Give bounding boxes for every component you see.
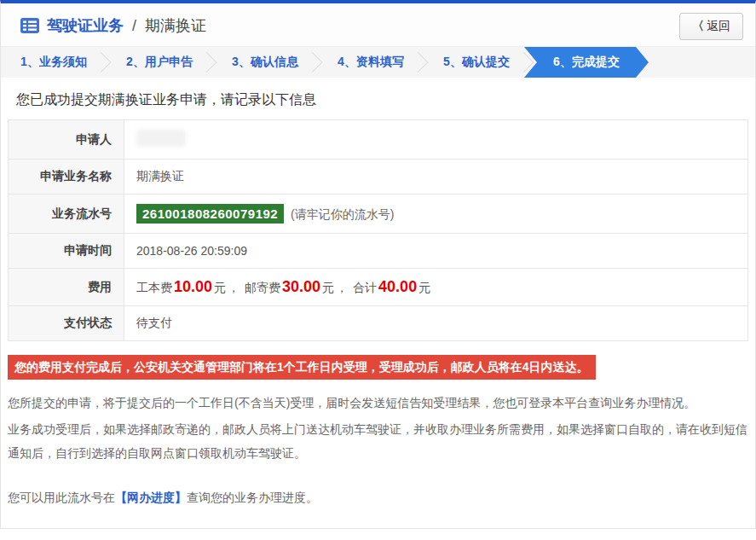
fee-amount-postage: 30.00	[282, 278, 320, 295]
step-progress-bar: 1、业务须知 2、用户申告 3、确认信息 4、资料填写 5、确认提交 6、完成提…	[1, 47, 755, 78]
main-panel: 驾驶证业务 / 期满换证 〈返回 1、业务须知 2、用户申告 3、确认信息 4、…	[0, 0, 756, 529]
breadcrumb: 驾驶证业务 / 期满换证	[20, 15, 742, 36]
table-row-apply-time: 申请时间 2018-08-26 20:59:09	[9, 234, 748, 269]
row-label: 申请业务名称	[9, 160, 124, 195]
step-2-user-declaration: 2、用户申告	[107, 47, 212, 78]
chevron-left-icon: 〈	[692, 19, 704, 32]
fee-amount-total: 40.00	[378, 278, 417, 295]
progress-query-note: 您可以用此流水号在【网办进度】查询您的业务办理进度。	[8, 491, 748, 506]
page-title[interactable]: 驾驶证业务	[47, 15, 124, 36]
step-1-business-notice: 1、业务须知	[1, 47, 107, 78]
serial-number-badge: 261001808260079192	[136, 204, 284, 224]
breadcrumb-separator: /	[132, 17, 136, 35]
step-3-confirm-info: 3、确认信息	[212, 47, 318, 78]
info-paragraph-2: 业务成功受理后，如果选择邮政寄递的，邮政人员将上门送达机动车驾驶证，并收取办理业…	[8, 418, 748, 465]
table-row-payment-status: 支付状态 待支付	[9, 306, 748, 341]
table-row-applicant: 申请人	[9, 120, 748, 160]
page-subtitle: 期满换证	[145, 15, 206, 36]
row-label: 申请时间	[9, 234, 124, 269]
row-label: 支付状态	[9, 306, 124, 341]
step-4-fill-data: 4、资料填写	[318, 47, 424, 78]
business-name-value: 期满换证	[124, 160, 748, 195]
online-progress-link[interactable]: 【网办进度】	[115, 491, 187, 504]
payment-warning-banner: 您的费用支付完成后，公安机关交通管理部门将在1个工作日内受理，受理成功后，邮政人…	[8, 355, 596, 380]
payment-status-value: 待支付	[124, 306, 748, 341]
step-5-confirm-submit: 5、确认提交	[424, 47, 529, 78]
back-button-top[interactable]: 〈返回	[679, 13, 743, 40]
table-row-fees: 费用 工本费10.00元，邮寄费30.00元，合计40.00元	[9, 269, 748, 306]
apply-time-value: 2018-08-26 20:59:09	[124, 234, 748, 269]
serial-number-note: (请牢记你的流水号)	[291, 207, 394, 221]
step-6-complete-submit-active: 6、完成提交	[524, 47, 649, 78]
redacted-applicant-name	[136, 130, 186, 147]
content-area: 您已成功提交期满换证业务申请，请记录以下信息 申请人 申请业务名称 期满换证 业…	[1, 78, 755, 528]
row-label: 业务流水号	[9, 195, 124, 234]
table-row-serial-number: 业务流水号 261001808260079192 (请牢记你的流水号)	[9, 195, 748, 234]
page-header: 驾驶证业务 / 期满换证 〈返回	[1, 3, 755, 47]
fees-value: 工本费10.00元，邮寄费30.00元，合计40.00元	[124, 269, 748, 306]
success-message: 您已成功提交期满换证业务申请，请记录以下信息	[8, 89, 748, 119]
fee-amount-production: 10.00	[174, 278, 212, 295]
row-label: 费用	[9, 269, 124, 306]
table-row-business-name: 申请业务名称 期满换证	[9, 160, 748, 195]
info-paragraph-1: 您所提交的申请，将于提交后的一个工作日(不含当天)受理，届时会发送短信告知受理结…	[8, 392, 748, 415]
back-button-label: 返回	[707, 19, 730, 32]
chevron-separator-icon	[513, 52, 534, 73]
application-info-table: 申请人 申请业务名称 期满换证 业务流水号 261001808260079192…	[8, 119, 748, 341]
list-icon	[20, 17, 40, 34]
row-label: 申请人	[9, 120, 124, 160]
